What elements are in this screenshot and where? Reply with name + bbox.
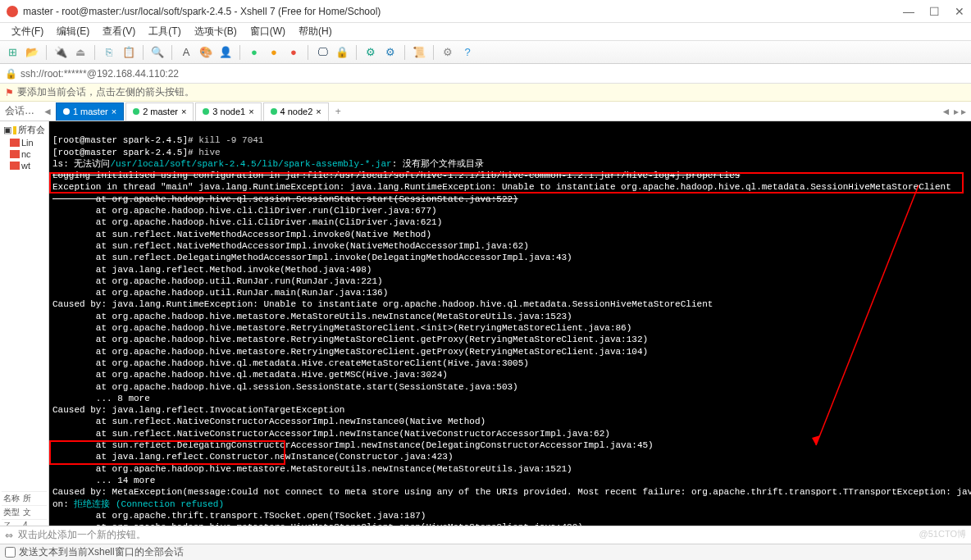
tab-nav-icon[interactable]: ◄ ▸ ▸	[936, 106, 971, 117]
tab-close-icon[interactable]: ×	[248, 107, 253, 116]
menu-tabs[interactable]: 选项卡(B)	[189, 23, 242, 40]
expand-icon[interactable]: ⇔	[5, 530, 13, 541]
menubar: 文件(F) 编辑(E) 查看(V) 工具(T) 选项卡(B) 窗口(W) 帮助(…	[0, 23, 971, 41]
flag-icon: ⚑	[5, 87, 14, 98]
session-sidebar: ▣所有会 Lin nc wt 名称所 类型文 子…4 主机 端口2… 协议S… …	[0, 121, 49, 526]
tab-close-icon[interactable]: ×	[181, 107, 186, 116]
prop-row: 子…4	[2, 519, 47, 526]
tree-root[interactable]: ▣所有会	[2, 123, 47, 137]
svg-marker-1	[812, 435, 820, 445]
font-icon[interactable]: A	[179, 45, 194, 60]
svg-line-0	[816, 185, 919, 445]
tool2-icon[interactable]: ⚙	[383, 45, 398, 60]
arrow-left-icon[interactable]: ◄	[39, 106, 56, 117]
address-bar: 🔒 ssh://root:******@192.168.44.110:22	[0, 64, 971, 84]
ball2-icon[interactable]: ●	[267, 45, 281, 60]
scroll-icon[interactable]: 📜	[412, 45, 426, 60]
minimize-button[interactable]: —	[903, 5, 914, 18]
paste-icon[interactable]: 📋	[121, 45, 136, 60]
lock-address-icon: 🔒	[5, 68, 17, 80]
profile-icon[interactable]: 👤	[218, 45, 233, 60]
session-label[interactable]: 会话…	[0, 104, 39, 118]
broadcast-checkbox[interactable]	[5, 547, 16, 558]
tree-item[interactable]: Lin	[2, 137, 47, 148]
tree-item[interactable]: nc	[2, 148, 47, 160]
disconnect-icon[interactable]: ⏏	[73, 45, 88, 60]
menu-view[interactable]: 查看(V)	[98, 23, 140, 40]
screen-icon[interactable]: 🖵	[315, 45, 330, 60]
tab-4-node2[interactable]: 4 node2×	[263, 102, 329, 121]
tab-close-icon[interactable]: ×	[316, 107, 321, 116]
open-icon[interactable]: 📂	[25, 45, 39, 60]
copy-icon[interactable]: ⎘	[102, 45, 116, 60]
ball1-icon[interactable]: ●	[247, 45, 262, 60]
search-icon[interactable]: 🔍	[150, 45, 165, 60]
status-dot-icon	[271, 108, 277, 115]
status-bar: 发送文本到当前Xshell窗口的全部会话	[0, 544, 971, 560]
hint-text: 要添加当前会话，点击左侧的箭头按钮。	[17, 85, 194, 99]
prop-row: 名称所	[2, 491, 47, 505]
tool1-icon[interactable]: ⚙	[363, 45, 378, 60]
terminal-output[interactable]: [root@master spark-2.4.5]# kill -9 7041 …	[49, 121, 971, 526]
maximize-button[interactable]: ☐	[929, 5, 940, 18]
status-dot-icon	[63, 108, 70, 115]
menu-help[interactable]: 帮助(H)	[294, 23, 337, 40]
titlebar: master - root@master:/usr/local/soft/spa…	[0, 0, 971, 23]
reconnect-icon[interactable]: 🔌	[53, 45, 68, 60]
session-tabbar: 会话… ◄ 1 master× 2 master× 3 node1× 4 nod…	[0, 102, 971, 121]
add-button-hint: 双击此处添加一个新的按钮。	[18, 528, 146, 542]
menu-edit[interactable]: 编辑(E)	[52, 23, 94, 40]
lock-icon[interactable]: 🔒	[335, 45, 349, 60]
gear-icon[interactable]: ⚙	[440, 45, 455, 60]
tab-1-master[interactable]: 1 master×	[56, 102, 124, 121]
prop-row: 类型文	[2, 505, 47, 519]
status-dot-icon	[203, 108, 209, 115]
new-session-icon[interactable]: ⊞	[5, 45, 20, 60]
tab-3-node1[interactable]: 3 node1×	[195, 102, 261, 121]
toolbar: ⊞ 📂 🔌 ⏏ ⎘ 📋 🔍 A 🎨 👤 ● ● ● 🖵 🔒 ⚙ ⚙ 📜 ⚙ ?	[0, 41, 971, 64]
hint-bar: ⚑ 要添加当前会话，点击左侧的箭头按钮。	[0, 84, 971, 102]
quick-button-bar[interactable]: ⇔ 双击此处添加一个新的按钮。	[0, 526, 971, 544]
menu-window[interactable]: 窗口(W)	[245, 23, 290, 40]
app-icon	[7, 6, 18, 17]
menu-tools[interactable]: 工具(T)	[144, 23, 185, 40]
tree-item[interactable]: wt	[2, 160, 47, 171]
menu-file[interactable]: 文件(F)	[7, 23, 48, 40]
help-icon[interactable]: ?	[460, 45, 475, 60]
window-title: master - root@master:/usr/local/soft/spa…	[23, 6, 903, 17]
ball3-icon[interactable]: ●	[286, 45, 301, 60]
address-text[interactable]: ssh://root:******@192.168.44.110:22	[21, 68, 179, 80]
color-icon[interactable]: 🎨	[198, 45, 213, 60]
close-button[interactable]: ✕	[955, 5, 964, 18]
status-text: 发送文本到当前Xshell窗口的全部会话	[19, 545, 184, 559]
status-dot-icon	[133, 108, 139, 115]
tab-close-icon[interactable]: ×	[112, 107, 116, 116]
add-tab-button[interactable]: +	[331, 106, 346, 117]
tab-2-master[interactable]: 2 master×	[125, 102, 194, 121]
properties-panel: 名称所 类型文 子…4 主机 端口2… 协议S… 用…	[2, 491, 47, 526]
